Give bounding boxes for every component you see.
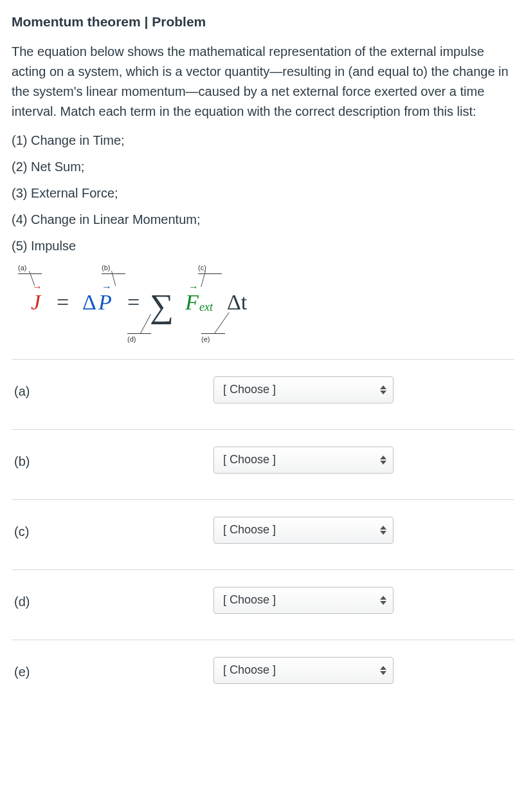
row-label: (a) [12, 376, 213, 401]
choose-dropdown-b[interactable]: [ Choose ] [213, 447, 394, 474]
choose-dropdown-c[interactable]: [ Choose ] [213, 517, 394, 544]
dropdown-placeholder: [ Choose ] [223, 521, 276, 539]
equals-1: = [57, 286, 69, 320]
choose-dropdown-a[interactable]: [ Choose ] [213, 376, 394, 403]
answer-row-e: (e) [ Choose ] [12, 640, 514, 690]
term-sigma: ∑ [150, 281, 174, 333]
term-f: F [185, 286, 199, 320]
stepper-icon [380, 596, 386, 605]
term-p: P [98, 286, 112, 320]
term-dt: Δt [227, 286, 247, 320]
eq-label-b: (b) [102, 263, 125, 274]
list-item-5: (5) Impulse [12, 236, 514, 256]
eq-label-d: (d) [127, 333, 151, 345]
equation-figure: (a) (b) (c) (d) (e) → J = Δ → P = ∑ → F … [12, 263, 282, 346]
list-item-2: (2) Net Sum; [12, 157, 514, 177]
list-item-4: (4) Change in Linear Momentum; [12, 210, 514, 230]
list-item-1: (1) Change in Time; [12, 131, 514, 151]
dropdown-placeholder: [ Choose ] [223, 591, 276, 609]
dropdown-placeholder: [ Choose ] [223, 661, 276, 679]
answer-row-d: (d) [ Choose ] [12, 570, 514, 640]
stepper-icon [380, 526, 386, 535]
stepper-icon [380, 385, 386, 394]
eq-label-e: (e) [201, 333, 225, 345]
list-item-3: (3) External Force; [12, 183, 514, 203]
problem-prompt: The equation below shows the mathematica… [12, 42, 514, 122]
dropdown-placeholder: [ Choose ] [223, 381, 276, 399]
answer-row-b: (b) [ Choose ] [12, 430, 514, 500]
choose-dropdown-d[interactable]: [ Choose ] [213, 587, 394, 614]
answer-row-c: (c) [ Choose ] [12, 500, 514, 570]
stepper-icon [380, 456, 386, 465]
choose-dropdown-e[interactable]: [ Choose ] [213, 657, 394, 684]
eq-label-c: (c) [198, 263, 222, 274]
stepper-icon [380, 666, 386, 675]
row-label: (c) [12, 517, 213, 542]
answer-rows: (a) [ Choose ] (b) [ Choose ] (c) [ Choo… [12, 359, 514, 690]
dropdown-placeholder: [ Choose ] [223, 451, 276, 469]
row-label: (e) [12, 657, 213, 682]
answer-row-a: (a) [ Choose ] [12, 360, 514, 430]
row-label: (b) [12, 447, 213, 472]
term-delta: Δ [82, 286, 96, 320]
equals-2: = [127, 286, 140, 320]
page-title: Momentum theorem | Problem [12, 12, 514, 33]
term-j: J [31, 286, 41, 320]
row-label: (d) [12, 587, 213, 612]
term-f-sub: ext [199, 299, 213, 317]
